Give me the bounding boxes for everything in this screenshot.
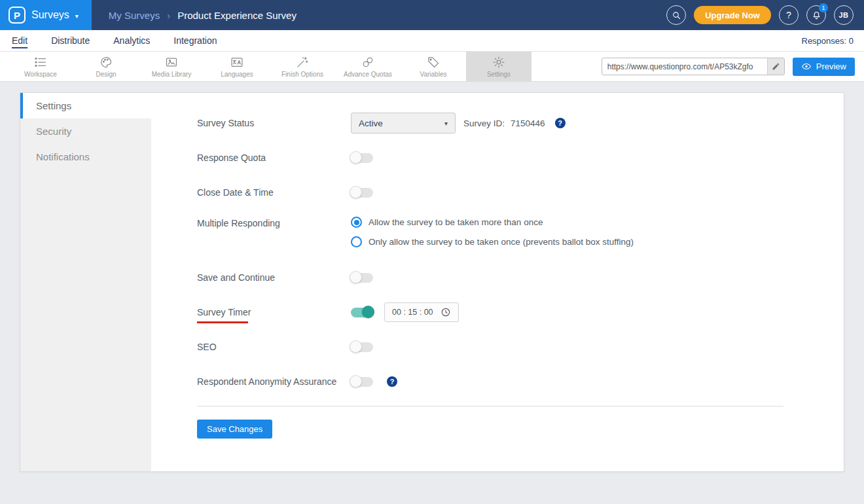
- toggle-knob: [362, 306, 374, 318]
- toggle-knob: [350, 271, 362, 283]
- sidebar-item-notifications[interactable]: Notifications: [20, 144, 151, 170]
- help-icon: ?: [786, 10, 791, 20]
- sidebar-item-settings[interactable]: Settings: [20, 93, 151, 118]
- form-divider: [197, 406, 783, 406]
- radio-selected-icon: [351, 217, 362, 228]
- survey-timer-row: Survey Timer 00 : 15 : 00: [197, 302, 844, 323]
- chevron-down-icon: ▾: [75, 12, 79, 20]
- notifications-button[interactable]: 1: [806, 5, 826, 25]
- radio-option-allow-multiple[interactable]: Allow the survey to be taken more than o…: [351, 217, 634, 228]
- save-and-continue-toggle[interactable]: [351, 273, 373, 283]
- settings-card: Settings Security Notifications Survey S…: [20, 92, 844, 472]
- user-avatar[interactable]: JB: [834, 5, 854, 25]
- topbar-actions: Upgrade Now ? 1 JB: [666, 5, 864, 25]
- timer-duration-input[interactable]: 00 : 15 : 00: [384, 302, 459, 322]
- media-library-icon: [165, 56, 178, 69]
- response-quota-row: Response Quota: [197, 147, 844, 168]
- response-quota-toggle[interactable]: [351, 153, 373, 163]
- seo-row: SEO: [197, 336, 844, 357]
- toolbar-item-variables[interactable]: Variables: [401, 52, 466, 81]
- toolbar-item-languages[interactable]: Languages: [204, 52, 270, 81]
- toolbar-item-label: Languages: [221, 71, 253, 78]
- help-button[interactable]: ?: [779, 5, 799, 25]
- annotation-red-underline: [197, 321, 248, 323]
- toolbar-item-advance-quotas[interactable]: Advance Quotas: [335, 52, 401, 81]
- seo-label: SEO: [197, 342, 351, 352]
- survey-id-group: Survey ID: 7150446 ?: [463, 118, 566, 128]
- notification-badge: 1: [819, 3, 828, 12]
- breadcrumb-my-surveys[interactable]: My Surveys: [109, 10, 160, 21]
- workspace-icon: [34, 56, 47, 69]
- respondent-anonymity-row: Respondent Anonymity Assurance ?: [197, 371, 844, 392]
- product-switcher[interactable]: P Surveys ▾: [0, 0, 92, 30]
- pencil-icon: [772, 62, 780, 71]
- respondent-anonymity-help-icon[interactable]: ?: [387, 376, 397, 387]
- clock-icon: [441, 307, 451, 317]
- survey-status-label: Survey Status: [197, 118, 351, 128]
- product-name: Surveys: [31, 9, 69, 21]
- tab-integration[interactable]: Integration: [173, 35, 217, 46]
- toolbar-item-label: Design: [96, 71, 116, 78]
- survey-url-input[interactable]: [602, 62, 767, 71]
- breadcrumb-current-page: Product Experience Survey: [177, 10, 297, 21]
- toolbar-item-settings[interactable]: Settings: [466, 52, 531, 81]
- toggle-knob: [350, 186, 362, 198]
- edit-url-button[interactable]: [767, 58, 784, 75]
- tab-analytics[interactable]: Analytics: [113, 35, 150, 46]
- settings-gear-icon: [492, 56, 505, 69]
- breadcrumb: My Surveys › Product Experience Survey: [109, 10, 297, 21]
- respondent-anonymity-toggle[interactable]: [351, 377, 373, 387]
- variables-icon: [427, 56, 440, 69]
- breadcrumb-separator-icon: ›: [167, 10, 170, 21]
- save-changes-button[interactable]: Save Changes: [197, 420, 272, 439]
- survey-url-field: [602, 58, 785, 75]
- toolbar-item-finish-options[interactable]: Finish Options: [270, 52, 335, 81]
- close-date-time-toggle[interactable]: [351, 188, 373, 198]
- languages-icon: [230, 56, 243, 69]
- toolbar-item-label: Advance Quotas: [344, 71, 392, 78]
- toggle-knob: [350, 340, 362, 353]
- survey-toolbar: Workspace Design Media Library Languages…: [0, 52, 864, 82]
- tab-edit[interactable]: Edit: [12, 35, 27, 46]
- multiple-responding-row: Multiple Responding Allow the survey to …: [197, 217, 844, 247]
- radio-option-label: Allow the survey to be taken more than o…: [369, 217, 543, 227]
- toggle-knob: [350, 151, 362, 164]
- radio-option-label: Only allow the survey to be taken once (…: [369, 237, 634, 247]
- search-button[interactable]: [666, 5, 686, 25]
- survey-status-value: Active: [359, 118, 383, 128]
- toolbar-right: Preview: [602, 52, 855, 81]
- toolbar-item-label: Settings: [487, 71, 511, 78]
- seo-toggle[interactable]: [351, 342, 373, 352]
- responses-count: Responses: 0: [802, 36, 854, 46]
- settings-sidebar: Settings Security Notifications: [20, 93, 151, 471]
- search-icon: [672, 10, 681, 20]
- topbar: P Surveys ▾ My Surveys › Product Experie…: [0, 0, 864, 30]
- page-content: Settings Security Notifications Survey S…: [0, 82, 864, 482]
- toolbar-item-label: Variables: [420, 71, 447, 78]
- toolbar-item-workspace[interactable]: Workspace: [8, 52, 73, 81]
- survey-status-row: Survey Status Active ▾ Survey ID: 715044…: [197, 113, 844, 134]
- survey-id-value: 7150446: [511, 118, 545, 128]
- toolbar-item-media-library[interactable]: Media Library: [139, 52, 204, 81]
- toggle-knob: [350, 375, 362, 387]
- sidebar-item-security[interactable]: Security: [20, 118, 151, 144]
- finish-options-icon: [296, 56, 309, 69]
- survey-timer-toggle[interactable]: [351, 308, 373, 317]
- tab-distribute[interactable]: Distribute: [51, 35, 90, 46]
- radio-unselected-icon: [351, 236, 362, 247]
- survey-status-select[interactable]: Active ▾: [351, 113, 456, 134]
- survey-timer-label-text: Survey Timer: [197, 307, 251, 317]
- survey-timer-label: Survey Timer: [197, 307, 351, 317]
- preview-button[interactable]: Preview: [793, 58, 855, 76]
- survey-id-help-icon[interactable]: ?: [555, 118, 566, 128]
- timer-duration-value: 00 : 15 : 00: [392, 308, 433, 317]
- advance-quotas-icon: [361, 56, 374, 69]
- upgrade-now-button[interactable]: Upgrade Now: [694, 6, 771, 24]
- design-icon: [99, 56, 113, 69]
- toolbar-item-label: Finish Options: [281, 71, 323, 78]
- toolbar-item-label: Media Library: [152, 71, 192, 78]
- radio-option-only-once[interactable]: Only allow the survey to be taken once (…: [351, 236, 634, 247]
- nav-tabs: Edit Distribute Analytics Integration Re…: [0, 30, 864, 52]
- toolbar-item-design[interactable]: Design: [73, 52, 139, 81]
- multiple-responding-label: Multiple Responding: [197, 217, 351, 228]
